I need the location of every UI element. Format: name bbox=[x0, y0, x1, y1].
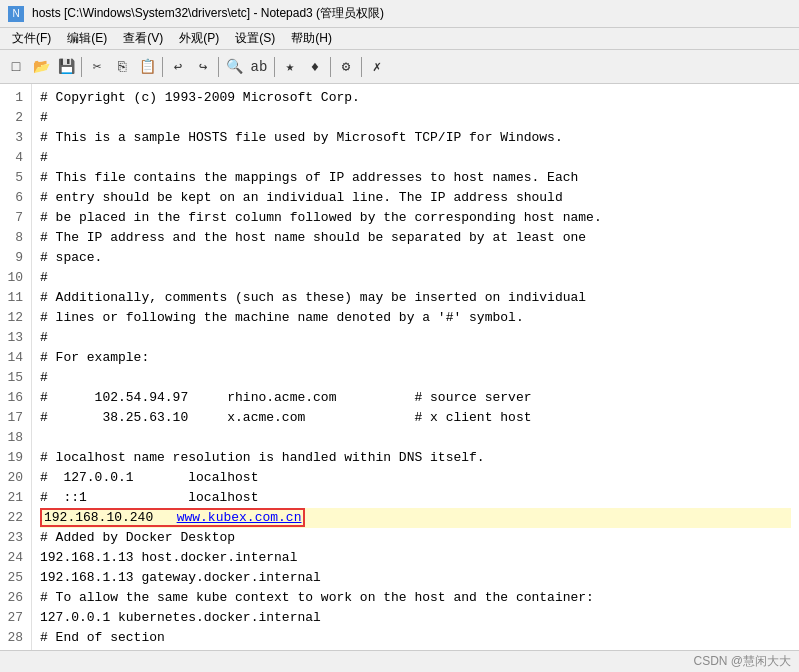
line-number: 8 bbox=[4, 228, 23, 248]
code-line: # bbox=[40, 328, 791, 348]
code-content[interactable]: # Copyright (c) 1993-2009 Microsoft Corp… bbox=[32, 84, 799, 650]
code-line: # This is a sample HOSTS file used by Mi… bbox=[40, 128, 791, 148]
line-number: 3 bbox=[4, 128, 23, 148]
code-line: # 127.0.0.1 localhost bbox=[40, 468, 791, 488]
code-line: # bbox=[40, 268, 791, 288]
code-line: # entry should be kept on an individual … bbox=[40, 188, 791, 208]
toolbar-button[interactable]: ★ bbox=[278, 55, 302, 79]
line-number: 24 bbox=[4, 548, 23, 568]
line-number: 23 bbox=[4, 528, 23, 548]
line-number: 10 bbox=[4, 268, 23, 288]
host-link[interactable]: www.kubex.com.cn bbox=[177, 510, 302, 525]
menu-item[interactable]: 文件(F) bbox=[4, 28, 59, 49]
menu-item[interactable]: 编辑(E) bbox=[59, 28, 115, 49]
toolbar-button[interactable]: 🔍 bbox=[222, 55, 246, 79]
code-line: # 38.25.63.10 x.acme.com # x client host bbox=[40, 408, 791, 428]
code-line: # The IP address and the host name shoul… bbox=[40, 228, 791, 248]
window-title: hosts [C:\Windows\System32\drivers\etc] … bbox=[32, 5, 384, 22]
line-number: 9 bbox=[4, 248, 23, 268]
line-number: 22 bbox=[4, 508, 23, 528]
toolbar-separator bbox=[218, 57, 219, 77]
toolbar-button[interactable]: ✂ bbox=[85, 55, 109, 79]
toolbar-button[interactable]: ↩ bbox=[166, 55, 190, 79]
line-numbers: 1234567891011121314151617181920212223242… bbox=[0, 84, 32, 650]
toolbar-button[interactable]: □ bbox=[4, 55, 28, 79]
code-line: # lines or following the machine name de… bbox=[40, 308, 791, 328]
line-number: 18 bbox=[4, 428, 23, 448]
code-line: # localhost name resolution is handled w… bbox=[40, 448, 791, 468]
watermark: CSDN @慧闲大大 bbox=[693, 653, 791, 670]
line-number: 1 bbox=[4, 88, 23, 108]
code-line: # bbox=[40, 368, 791, 388]
menu-item[interactable]: 设置(S) bbox=[227, 28, 283, 49]
toolbar-button[interactable]: ♦ bbox=[303, 55, 327, 79]
line-number: 11 bbox=[4, 288, 23, 308]
line-number: 14 bbox=[4, 348, 23, 368]
line-number: 26 bbox=[4, 588, 23, 608]
line-number: 19 bbox=[4, 448, 23, 468]
code-line: # Copyright (c) 1993-2009 Microsoft Corp… bbox=[40, 88, 791, 108]
ip-address: 192.168.10.240 bbox=[44, 510, 177, 525]
code-line bbox=[40, 428, 791, 448]
line-number: 21 bbox=[4, 488, 23, 508]
highlighted-entry: 192.168.10.240 www.kubex.com.cn bbox=[40, 508, 305, 527]
code-line: # This file contains the mappings of IP … bbox=[40, 168, 791, 188]
code-line: 192.168.10.240 www.kubex.com.cn bbox=[40, 508, 791, 528]
menu-bar: 文件(F)编辑(E)查看(V)外观(P)设置(S)帮助(H) bbox=[0, 28, 799, 50]
line-number: 27 bbox=[4, 608, 23, 628]
line-number: 17 bbox=[4, 408, 23, 428]
code-line: # Added by Docker Desktop bbox=[40, 528, 791, 548]
line-number: 7 bbox=[4, 208, 23, 228]
toolbar: □📂💾✂⎘📋↩↪🔍ab★♦⚙✗ bbox=[0, 50, 799, 84]
toolbar-separator bbox=[330, 57, 331, 77]
code-line: # bbox=[40, 148, 791, 168]
line-number: 12 bbox=[4, 308, 23, 328]
line-number: 2 bbox=[4, 108, 23, 128]
app-icon: N bbox=[8, 6, 24, 22]
code-line: # End of section bbox=[40, 628, 791, 648]
toolbar-button[interactable]: 💾 bbox=[54, 55, 78, 79]
code-line: 192.168.1.13 gateway.docker.internal bbox=[40, 568, 791, 588]
toolbar-separator bbox=[81, 57, 82, 77]
toolbar-button[interactable]: 📋 bbox=[135, 55, 159, 79]
editor-area: 1234567891011121314151617181920212223242… bbox=[0, 84, 799, 650]
toolbar-button[interactable]: ⎘ bbox=[110, 55, 134, 79]
status-bar: CSDN @慧闲大大 bbox=[0, 650, 799, 672]
line-number: 28 bbox=[4, 628, 23, 648]
line-number: 20 bbox=[4, 468, 23, 488]
code-line: # be placed in the first column followed… bbox=[40, 208, 791, 228]
line-number: 6 bbox=[4, 188, 23, 208]
toolbar-button[interactable]: ab bbox=[247, 55, 271, 79]
line-number: 16 bbox=[4, 388, 23, 408]
code-line: # ::1 localhost bbox=[40, 488, 791, 508]
toolbar-button[interactable]: ⚙ bbox=[334, 55, 358, 79]
code-line: 192.168.1.13 host.docker.internal bbox=[40, 548, 791, 568]
toolbar-separator bbox=[162, 57, 163, 77]
line-number: 4 bbox=[4, 148, 23, 168]
code-line: # Additionally, comments (such as these)… bbox=[40, 288, 791, 308]
title-bar: N hosts [C:\Windows\System32\drivers\etc… bbox=[0, 0, 799, 28]
code-line: 127.0.0.1 kubernetes.docker.internal bbox=[40, 608, 791, 628]
menu-item[interactable]: 外观(P) bbox=[171, 28, 227, 49]
menu-item[interactable]: 查看(V) bbox=[115, 28, 171, 49]
code-line: # 102.54.94.97 rhino.acme.com # source s… bbox=[40, 388, 791, 408]
line-number: 5 bbox=[4, 168, 23, 188]
code-line: # space. bbox=[40, 248, 791, 268]
code-line: # For example: bbox=[40, 348, 791, 368]
line-number: 15 bbox=[4, 368, 23, 388]
toolbar-separator bbox=[361, 57, 362, 77]
toolbar-button[interactable]: ✗ bbox=[365, 55, 389, 79]
toolbar-separator bbox=[274, 57, 275, 77]
line-number: 25 bbox=[4, 568, 23, 588]
code-line: # bbox=[40, 108, 791, 128]
menu-item[interactable]: 帮助(H) bbox=[283, 28, 340, 49]
code-line: # To allow the same kube context to work… bbox=[40, 588, 791, 608]
line-number: 13 bbox=[4, 328, 23, 348]
toolbar-button[interactable]: ↪ bbox=[191, 55, 215, 79]
toolbar-button[interactable]: 📂 bbox=[29, 55, 53, 79]
